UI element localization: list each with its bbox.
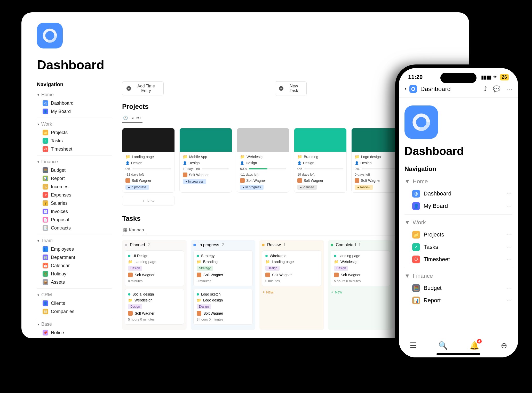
task-dot-icon <box>128 255 130 257</box>
phone-nav-item-projects[interactable]: 📁Projects⋯ <box>404 228 512 241</box>
project-deadline: -11 days left <box>240 173 286 176</box>
task-tag: Design <box>128 266 142 271</box>
folder-icon: 📁 <box>355 154 360 159</box>
battery-badge: 26 <box>500 74 509 80</box>
comment-icon[interactable]: 💬 <box>493 85 501 93</box>
item-more-icon[interactable]: ⋯ <box>506 244 512 250</box>
item-more-icon[interactable]: ⋯ <box>506 285 512 291</box>
back-button[interactable]: ‹ <box>404 86 406 92</box>
add-task-button[interactable]: +New <box>262 289 321 296</box>
add-task-button[interactable]: +New <box>331 289 390 296</box>
tab-list-icon[interactable]: ☰ <box>410 341 417 350</box>
nav-item-clients[interactable]: 👤Clients <box>37 299 112 307</box>
chevron-down-icon: ▼ <box>37 239 40 242</box>
task-card[interactable]: Logo sketch📁Logo designDesignSolt Wagner… <box>193 289 253 325</box>
project-name: Branding <box>304 155 318 159</box>
nav-item-timesheet[interactable]: ⏱Timesheet <box>37 145 112 153</box>
nav-item-icon: 💰 <box>43 200 48 206</box>
tab-notifications[interactable]: 🔔 4 <box>470 341 479 350</box>
nav-section-work[interactable]: ▼Work <box>37 120 112 128</box>
nav-section-crm[interactable]: ▼CRM <box>37 291 112 299</box>
nav-item-assets[interactable]: 📦Assets <box>37 278 112 286</box>
nav-item-salaries[interactable]: 💰Salaries <box>37 199 112 207</box>
nav-item-notice[interactable]: 📌Notice <box>37 329 112 337</box>
task-title: Social design <box>132 292 154 296</box>
phone-nav-section-home[interactable]: ▼Home <box>404 176 512 187</box>
project-name: Webdesign <box>247 155 265 159</box>
nav-item-department[interactable]: 🏢Department <box>37 253 112 261</box>
nav-item-budget[interactable]: 🧮Budget <box>37 166 112 174</box>
nav-section-home[interactable]: ▼Home <box>37 91 112 99</box>
nav-item-contracts[interactable]: 📑Contracts <box>37 224 112 232</box>
new-project-card[interactable]: +New <box>122 196 175 206</box>
avatar <box>125 178 130 183</box>
status-dot-icon <box>193 244 196 246</box>
nav-item-calendar[interactable]: 📅Calendar <box>37 261 112 270</box>
task-card[interactable]: Wireframe📁Landing pageDesignSolt Wagner0… <box>262 250 321 286</box>
task-project: Branding <box>203 260 218 264</box>
phone-nav-title: Navigation <box>404 165 512 173</box>
tab-kanban[interactable]: ▦Kanban <box>122 225 145 235</box>
chevron-down-icon: ▼ <box>37 323 40 326</box>
task-card[interactable]: Landing page📁WebdesignDesignSolt Wagner5… <box>331 250 390 286</box>
kanban-column-header: Review1 <box>262 243 321 247</box>
item-more-icon[interactable]: ⋯ <box>506 256 512 263</box>
tab-search-icon[interactable]: 🔍 <box>438 341 448 350</box>
column-name: Completed <box>336 243 356 247</box>
item-more-icon[interactable]: ⋯ <box>506 231 512 238</box>
tab-new-icon[interactable]: ⊕ <box>501 341 507 350</box>
status-time: 11:20 <box>408 74 423 80</box>
task-tag: Design <box>128 304 142 309</box>
divider <box>404 268 512 268</box>
nav-item-expenses[interactable]: ↗Expenses <box>37 191 112 199</box>
nav-section-finance[interactable]: ▼Finance <box>37 158 112 166</box>
project-card[interactable]: 📁Landing page👤Design0%-11 days leftSolt … <box>122 128 175 193</box>
phone-nav-section-work[interactable]: ▼Work <box>404 217 512 228</box>
phone-nav-item-report[interactable]: 📊Report⋯ <box>404 294 512 307</box>
project-card[interactable]: 📁Branding👤Design0%19 days leftSolt Wagne… <box>294 128 347 193</box>
nav-item-invoices[interactable]: 🧾Invoices <box>37 207 112 216</box>
nav-item-employees[interactable]: 👥Employees <box>37 245 112 253</box>
more-icon[interactable]: ⋯ <box>506 85 512 93</box>
phone-nav-item-budget[interactable]: 🧮Budget⋯ <box>404 282 512 294</box>
app-logo <box>37 23 63 48</box>
nav-item-report[interactable]: 📊Report <box>37 174 112 183</box>
tab-latest[interactable]: 🕘Latest <box>122 113 142 123</box>
nav-item-dashboard[interactable]: ◎Dashboard <box>37 99 112 107</box>
phone-nav-item-tasks[interactable]: ✓Tasks⋯ <box>404 241 512 253</box>
project-card[interactable]: 📁Webdesign👤Design50%-11 days leftSolt Wa… <box>237 128 289 193</box>
item-more-icon[interactable]: ⋯ <box>506 190 512 197</box>
status-badge: ● In progress <box>125 185 149 190</box>
phone-nav-section-finance[interactable]: ▼Finance <box>404 270 512 282</box>
nav-item-projects[interactable]: 📁Projects <box>37 128 112 137</box>
divider <box>37 288 112 289</box>
nav-item-proposal[interactable]: 📄Proposal <box>37 216 112 224</box>
item-more-icon[interactable]: ⋯ <box>506 297 512 304</box>
nav-section-team[interactable]: ▼Team <box>37 236 112 245</box>
task-card[interactable]: Strategy📁BrandingStrategySolt Wagner0 mi… <box>193 250 253 286</box>
svg-point-2 <box>412 87 415 91</box>
add-time-entry-button[interactable]: +Add Time Entry <box>122 81 164 95</box>
nav-item-companies[interactable]: 🏛Companies <box>37 307 112 316</box>
kanban-column-in-progress: In progress2Strategy📁BrandingStrategySol… <box>191 240 255 330</box>
nav-section-base[interactable]: ▼Base <box>37 320 112 329</box>
nav-item-label: Dashboard <box>51 101 74 106</box>
phone-nav-item-my-board[interactable]: 👤My Board⋯ <box>404 200 512 212</box>
clock-icon: 🕘 <box>123 116 128 120</box>
nav-item-my-board[interactable]: 👤My Board <box>37 107 112 116</box>
task-card[interactable]: UI Design📁Landing pageDesignSolt Wagner0… <box>125 250 184 286</box>
column-count: 2 <box>222 243 224 247</box>
task-card[interactable]: Social design📁WebdesignDesignSolt Wagner… <box>125 289 184 325</box>
project-card[interactable]: 📁Mobile App👤Design19 days leftSolt Wagne… <box>179 128 232 193</box>
phone-nav-item-dashboard[interactable]: ◎Dashboard⋯ <box>404 187 512 200</box>
nav-item-incomes[interactable]: ↘Incomes <box>37 183 112 191</box>
progress-bar <box>202 168 229 169</box>
nav-item-tasks[interactable]: ✓Tasks <box>37 137 112 145</box>
phone-nav-item-timesheet[interactable]: ⏱Timesheet⋯ <box>404 253 512 266</box>
new-task-button[interactable]: +New Task <box>275 81 306 95</box>
share-icon[interactable]: ⤴︎ <box>484 85 487 93</box>
avatar <box>265 273 270 277</box>
nav-item-label: My Board <box>51 109 71 114</box>
nav-item-holiday[interactable]: 🌴Holiday <box>37 270 112 278</box>
item-more-icon[interactable]: ⋯ <box>506 203 512 209</box>
